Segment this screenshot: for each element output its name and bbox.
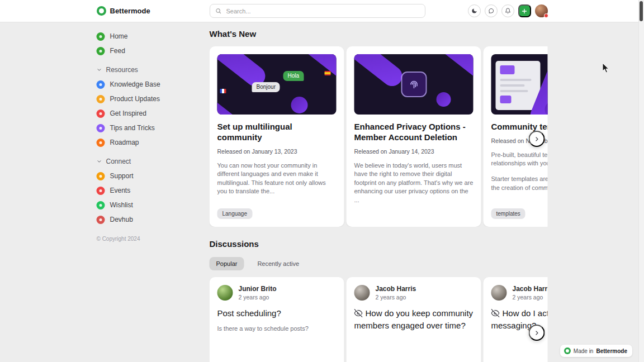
bettermode-logo-icon bbox=[564, 347, 571, 354]
sidebar-section-label: Resources bbox=[106, 66, 138, 74]
card-title: Set up multilingual community bbox=[217, 122, 337, 143]
sidebar-item-roadmap[interactable]: Roadmap bbox=[97, 135, 210, 150]
search-bar[interactable] bbox=[210, 4, 425, 18]
notification-dot bbox=[544, 13, 548, 18]
card-body: Pre-built, beautiful templates relations… bbox=[491, 151, 548, 192]
top-bar: Bettermode bbox=[0, 0, 644, 22]
chat-bubble-icon bbox=[488, 8, 494, 14]
sidebar-item-devhub[interactable]: Devhub bbox=[97, 212, 210, 227]
discussions-carousel: Junior Brito 2 years ago Post scheduling… bbox=[210, 277, 548, 362]
sidebar-item-wishlist[interactable]: Wishlist bbox=[97, 198, 210, 212]
eye-off-icon bbox=[354, 309, 363, 320]
search-icon bbox=[215, 8, 221, 14]
sidebar-item-support[interactable]: Support bbox=[97, 169, 210, 183]
create-post-button[interactable] bbox=[518, 4, 531, 17]
sidebar-item-knowledge-base[interactable]: Knowledge Base bbox=[97, 77, 210, 92]
brand[interactable]: Bettermode bbox=[97, 6, 210, 16]
post-author[interactable]: Jacob Harris bbox=[376, 285, 416, 293]
product-updates-icon bbox=[97, 95, 105, 103]
discussions-title: Discussions bbox=[210, 239, 548, 249]
post-author[interactable]: Junior Brito bbox=[239, 285, 277, 293]
whats-new-section: What's New Bonjour bbox=[210, 29, 548, 227]
bettermode-logo-icon bbox=[97, 6, 106, 16]
scrollbar-thumb[interactable] bbox=[640, 1, 643, 21]
sidebar-item-home[interactable]: Home bbox=[97, 29, 210, 44]
whats-new-next-button[interactable] bbox=[529, 131, 545, 147]
support-icon bbox=[97, 172, 105, 180]
bell-icon bbox=[505, 8, 511, 14]
tag-language[interactable]: Language bbox=[217, 208, 253, 219]
sidebar-item-label: Knowledge Base bbox=[110, 80, 160, 88]
post-timestamp: 2 years ago bbox=[376, 294, 416, 301]
notifications-button[interactable] bbox=[501, 4, 514, 17]
discussion-card-messaging[interactable]: Jacob Harris 2 years ago How do I activa… bbox=[484, 277, 548, 362]
sidebar-item-label: Get Inspired bbox=[110, 109, 146, 117]
sidebar-item-get-inspired[interactable]: Get Inspired bbox=[97, 106, 210, 121]
roadmap-icon bbox=[97, 139, 105, 147]
topbar-actions bbox=[468, 4, 548, 17]
feed-icon bbox=[97, 47, 105, 55]
events-icon bbox=[97, 187, 105, 195]
whats-new-card-multilingual[interactable]: Bonjour Hola Set up multilingual communi… bbox=[210, 46, 344, 227]
sidebar-section-label: Connect bbox=[106, 158, 131, 165]
vertical-scrollbar[interactable] bbox=[638, 0, 644, 362]
wishlist-icon bbox=[97, 201, 105, 209]
bettermode-community-page: Bettermode bbox=[0, 0, 644, 362]
sidebar-item-product-updates[interactable]: Product Updates bbox=[97, 92, 210, 106]
discussion-card-engagement[interactable]: Jacob Harris 2 years ago How do you keep… bbox=[347, 277, 481, 362]
brand-name: Bettermode bbox=[110, 7, 150, 15]
home-icon bbox=[97, 32, 105, 41]
whats-new-card-privacy[interactable]: Enhanced Privacy Options - Member Accoun… bbox=[347, 46, 481, 227]
chevron-down-icon bbox=[97, 67, 102, 73]
sidebar-item-tips-and-tricks[interactable]: Tips and Tricks bbox=[97, 121, 210, 135]
discussions-tabs: Popular Recently active bbox=[210, 257, 548, 270]
card-title: Enhanced Privacy Options - Member Accoun… bbox=[354, 122, 473, 143]
badge-brand: Bettermode bbox=[596, 348, 627, 354]
sidebar-item-label: Product Updates bbox=[110, 95, 160, 103]
card-body: We believe in today's world, users must … bbox=[354, 161, 473, 205]
copyright-text: © Copyright 2024 bbox=[97, 236, 210, 242]
user-avatar[interactable] bbox=[535, 4, 548, 17]
sidebar-section-connect[interactable]: Connect bbox=[97, 154, 210, 169]
discussions-next-button[interactable] bbox=[529, 325, 545, 341]
sidebar-section-resources[interactable]: Resources bbox=[97, 63, 210, 77]
tag-templates[interactable]: templates bbox=[491, 208, 525, 219]
avatar[interactable] bbox=[491, 285, 507, 301]
card-illustration bbox=[491, 54, 548, 115]
tab-popular[interactable]: Popular bbox=[210, 257, 244, 270]
search-input[interactable] bbox=[225, 7, 420, 15]
discussion-card-post-scheduling[interactable]: Junior Brito 2 years ago Post scheduling… bbox=[210, 277, 344, 362]
sidebar-item-label: Events bbox=[110, 187, 131, 194]
knowledge-base-icon bbox=[97, 80, 105, 89]
devhub-icon bbox=[97, 216, 105, 224]
badge-prefix: Made in bbox=[574, 348, 594, 354]
card-illustration: Bonjour Hola bbox=[217, 54, 337, 115]
chevron-down-icon bbox=[97, 159, 102, 164]
speech-bubble-bonjour: Bonjour bbox=[252, 82, 280, 92]
chevron-right-icon bbox=[533, 330, 540, 336]
made-in-bettermode-badge[interactable]: Made in Bettermode bbox=[560, 345, 632, 357]
card-body: You can now host your community in diffe… bbox=[217, 161, 337, 196]
eye-off-icon bbox=[491, 309, 500, 320]
sidebar-item-feed[interactable]: Feed bbox=[97, 44, 210, 58]
card-released-date: Released on January 14, 2023 bbox=[354, 148, 473, 155]
fingerprint-icon bbox=[401, 72, 427, 97]
avatar[interactable] bbox=[354, 285, 370, 301]
avatar[interactable] bbox=[217, 285, 233, 301]
sidebar-item-events[interactable]: Events bbox=[97, 183, 210, 198]
post-author[interactable]: Jacob Harris bbox=[513, 285, 548, 293]
messages-button[interactable] bbox=[485, 4, 498, 17]
chevron-right-icon bbox=[533, 136, 540, 142]
whats-new-title: What's New bbox=[210, 29, 548, 39]
main-content: What's New Bonjour bbox=[210, 22, 548, 362]
dark-mode-toggle-button[interactable] bbox=[468, 4, 481, 17]
post-title[interactable]: Post scheduling? bbox=[217, 308, 337, 319]
get-inspired-icon bbox=[97, 109, 105, 118]
tab-recently-active[interactable]: Recently active bbox=[250, 257, 306, 270]
tips-and-tricks-icon bbox=[97, 124, 105, 132]
moon-icon bbox=[471, 8, 477, 14]
sidebar-item-label: Home bbox=[110, 32, 128, 40]
discussions-section: Discussions Popular Recently active Juni… bbox=[210, 239, 548, 362]
post-title[interactable]: How do you keep community members engage… bbox=[354, 308, 473, 331]
speech-bubble-hola: Hola bbox=[283, 71, 304, 81]
